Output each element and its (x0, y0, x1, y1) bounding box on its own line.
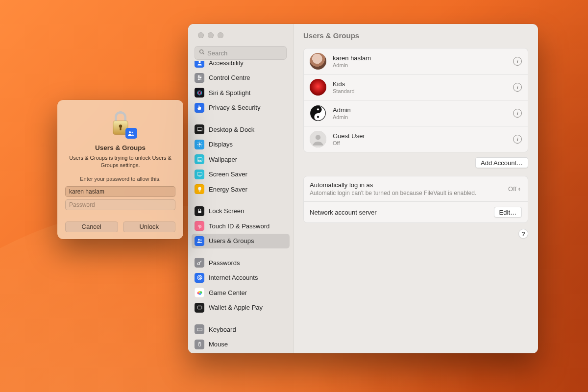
svg-rect-27 (198, 211, 201, 213)
user-info-button[interactable]: i (513, 109, 522, 118)
sliders-icon (195, 73, 204, 83)
user-row[interactable]: Guest UserOffi (304, 126, 528, 152)
auth-username-field[interactable] (65, 186, 175, 197)
user-row[interactable]: AdminAdmini (304, 100, 528, 126)
zoom-button[interactable] (218, 32, 223, 38)
gc-icon (195, 288, 204, 297)
svg-line-1 (203, 53, 204, 54)
sidebar-item-label: Wallpaper (209, 156, 237, 163)
svg-rect-12 (197, 130, 201, 131)
sidebar-item-accessibility[interactable]: Accessibility (192, 61, 290, 70)
sidebar-item-label: Internet Accounts (209, 274, 258, 281)
sidebar-item-touch-id-password[interactable]: Touch ID & Password (192, 219, 290, 233)
bulb-icon (195, 184, 204, 194)
sidebar-item-wallet-apple-pay[interactable]: Wallet & Apple Pay (192, 300, 290, 315)
svg-point-6 (198, 75, 199, 76)
sidebar-item-lock-screen[interactable]: Lock Screen (192, 204, 290, 219)
sidebar-item-mouse[interactable]: Mouse (192, 337, 290, 352)
help-button[interactable]: ? (518, 229, 528, 239)
svg-rect-24 (197, 172, 202, 176)
sidebar-item-wallpaper[interactable]: Wallpaper (192, 152, 290, 167)
sidebar-item-siri-spotlight[interactable]: Siri & Spotlight (192, 85, 290, 100)
edit-network-account-button[interactable]: Edit… (494, 207, 522, 218)
svg-rect-38 (197, 307, 202, 307)
user-info-button[interactable]: i (513, 57, 522, 66)
sidebar-item-label: Game Center (209, 289, 247, 296)
sidebar-item-privacy-security[interactable]: Privacy & Security (192, 100, 290, 115)
svg-point-9 (197, 91, 202, 95)
search-field[interactable] (195, 46, 287, 60)
minimize-button[interactable] (208, 32, 214, 38)
lock-icon (195, 206, 204, 216)
hand-icon (195, 103, 204, 113)
search-input[interactable] (207, 49, 290, 57)
sidebar-item-users-groups[interactable]: Users & Groups (192, 234, 290, 248)
user-row[interactable]: KidsStandardi (304, 74, 528, 100)
auto-login-label: Automatically log in as (310, 181, 502, 189)
sidebar-item-internet-accounts[interactable]: Internet Accounts (192, 270, 290, 285)
sidebar-item-label: Desktop & Dock (209, 126, 254, 133)
sidebar-item-game-center[interactable]: Game Center (192, 285, 290, 300)
add-account-button[interactable]: Add Account… (475, 157, 528, 168)
sidebar-item-label: Lock Screen (209, 207, 244, 215)
auth-title: Users & Groups (95, 144, 146, 151)
sidebar-item-screen-saver[interactable]: Screen Saver (192, 167, 290, 182)
svg-point-23 (198, 158, 199, 159)
svg-rect-37 (197, 306, 202, 309)
people-icon (195, 236, 204, 246)
cancel-button[interactable]: Cancel (65, 221, 118, 232)
sidebar-item-displays[interactable]: Displays (192, 137, 290, 152)
svg-point-52 (132, 131, 133, 133)
svg-point-0 (200, 50, 203, 53)
sidebar-item-label: Keyboard (209, 326, 236, 333)
svg-line-21 (197, 146, 198, 146)
sidebar-item-desktop-dock[interactable]: Desktop & Dock (192, 122, 290, 137)
sidebar-item-label: Mouse (209, 341, 228, 348)
sidebar-item-label: Touch ID & Password (209, 222, 270, 230)
svg-point-47 (316, 135, 320, 140)
sidebar-list[interactable]: AccessibilityControl CentreSiri & Spotli… (188, 61, 293, 353)
sidebar-item-label: Control Centre (209, 74, 250, 81)
users-panel: karen haslamAdminiKidsStandardiAdminAdmi… (303, 48, 528, 152)
network-account-label: Network account server (310, 209, 488, 216)
user-info-button[interactable]: i (513, 83, 522, 92)
user-role: Off (333, 140, 507, 146)
avatar (310, 131, 326, 147)
auto-login-note: Automatic login can't be turned on becau… (310, 190, 502, 196)
sun-icon (195, 140, 204, 149)
user-name: Guest User (333, 132, 507, 140)
sidebar-item-label: Screen Saver (209, 171, 247, 178)
svg-rect-39 (197, 328, 202, 330)
sidebar-item-passwords[interactable]: Passwords (192, 255, 290, 270)
at-icon (195, 273, 204, 283)
sidebar-item-label: Wallet & Apple Pay (209, 304, 263, 311)
auth-password-field[interactable] (65, 199, 175, 210)
unlock-button[interactable]: Unlock (123, 221, 176, 232)
svg-rect-26 (199, 191, 200, 191)
svg-point-45 (317, 116, 319, 118)
svg-point-31 (197, 262, 199, 264)
sidebar-item-control-centre[interactable]: Control Centre (192, 71, 290, 85)
user-role: Standard (333, 88, 507, 94)
close-button[interactable] (198, 32, 204, 38)
svg-point-51 (129, 131, 131, 133)
auto-login-value: Off (508, 185, 516, 193)
svg-line-20 (201, 143, 201, 143)
auto-login-popup[interactable]: Off ▴▾ (508, 185, 522, 193)
sidebar-item-label: Accessibility (209, 61, 244, 67)
person-icon (195, 61, 204, 68)
avatar (310, 53, 326, 70)
mouse-icon (195, 340, 204, 349)
sidebar-item-keyboard[interactable]: Keyboard (192, 322, 290, 337)
users-badge-icon (125, 128, 137, 139)
svg-point-29 (198, 239, 200, 241)
sidebar-item-energy-saver[interactable]: Energy Saver (192, 182, 290, 196)
lock-icon (107, 110, 134, 137)
sidebar-item-label: Privacy & Security (209, 104, 260, 111)
search-icon (195, 49, 207, 57)
user-info-button[interactable]: i (513, 135, 522, 144)
sidebar-item-label: Energy Saver (209, 186, 247, 193)
kb-icon (195, 324, 204, 334)
svg-point-13 (198, 143, 200, 145)
user-row[interactable]: karen haslamAdmini (304, 49, 528, 74)
